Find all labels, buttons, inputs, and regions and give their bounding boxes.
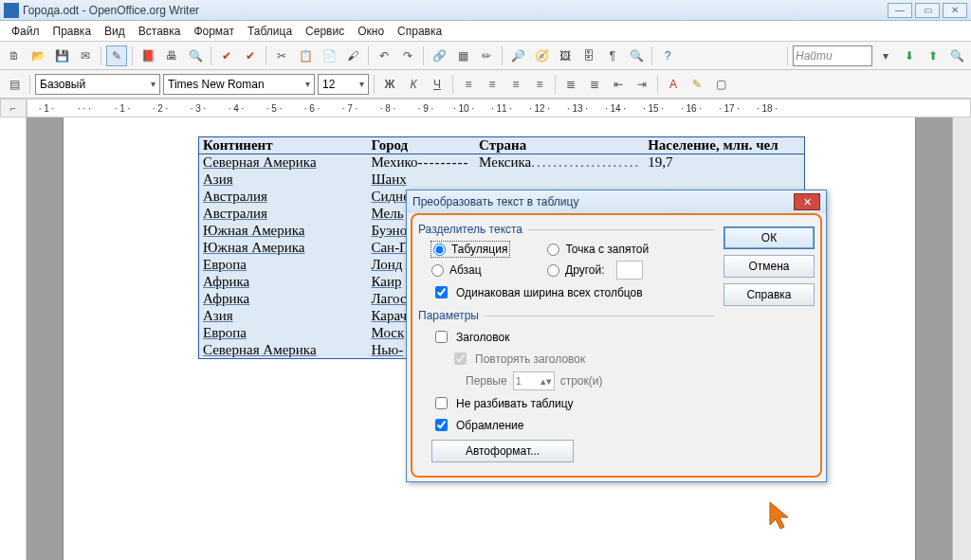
copy-icon[interactable]: 📋: [295, 45, 316, 66]
font-name-select[interactable]: Times New Roman: [163, 74, 315, 95]
radio-paragraph[interactable]: Абзац: [431, 263, 509, 277]
close-icon[interactable]: ✕: [794, 193, 820, 210]
navigator-icon[interactable]: 🧭: [531, 45, 552, 66]
open-icon[interactable]: 📂: [27, 45, 48, 66]
separator: [29, 75, 30, 94]
paste-icon[interactable]: 📄: [319, 45, 339, 66]
radio-paragraph-input[interactable]: [431, 264, 444, 277]
decrease-indent-icon[interactable]: ⇤: [608, 74, 629, 95]
help-button[interactable]: Справка: [724, 283, 815, 306]
email-icon[interactable]: ✉: [75, 45, 96, 66]
menu-edit[interactable]: Правка: [47, 23, 98, 40]
radio-semicolon[interactable]: Точка с запятой: [547, 243, 649, 256]
dialog-title: Преобразовать текст в таблицу: [412, 195, 578, 208]
checkbox-equal-width[interactable]: [435, 286, 448, 298]
align-right-icon[interactable]: ≡: [505, 74, 526, 95]
undo-icon[interactable]: ↶: [374, 45, 394, 66]
increase-indent-icon[interactable]: ⇥: [632, 74, 652, 95]
separator: [374, 75, 375, 94]
menu-insert[interactable]: Вставка: [133, 23, 187, 40]
checkbox-no-split[interactable]: [435, 397, 448, 409]
radio-other[interactable]: Другой:: [547, 261, 643, 280]
vertical-ruler[interactable]: [0, 117, 27, 560]
format-paint-icon[interactable]: 🖌: [342, 45, 363, 66]
cut-icon[interactable]: ✂: [271, 45, 292, 66]
table-icon[interactable]: ▦: [452, 45, 473, 66]
separator: [368, 46, 369, 65]
spellcheck-icon[interactable]: ✔: [216, 45, 237, 66]
find-dropdown-icon[interactable]: ▾: [875, 45, 896, 66]
minimize-button[interactable]: —: [888, 3, 912, 18]
menu-view[interactable]: Вид: [99, 23, 131, 40]
help-icon[interactable]: ?: [657, 45, 678, 66]
underline-icon[interactable]: Ч: [427, 74, 448, 95]
close-button[interactable]: ✕: [943, 3, 967, 18]
ok-button[interactable]: ОК: [724, 226, 815, 249]
hyperlink-icon[interactable]: 🔗: [429, 45, 449, 66]
export-pdf-icon[interactable]: 📕: [137, 45, 158, 66]
spinner-first-rows: 1▴▾: [513, 371, 555, 390]
font-size-select[interactable]: 12: [318, 74, 369, 95]
label-border: Обрамление: [456, 419, 523, 432]
gallery-icon[interactable]: 🖼: [555, 45, 576, 66]
separator: [423, 46, 424, 65]
font-color-icon[interactable]: A: [663, 74, 684, 95]
menu-help[interactable]: Справка: [392, 23, 448, 40]
find-next-icon[interactable]: ⬇: [899, 45, 920, 66]
numbered-list-icon[interactable]: ≣: [560, 74, 581, 95]
radio-tab[interactable]: Табуляция: [431, 242, 509, 257]
col-population: Население, млн. чел: [644, 137, 804, 154]
radio-semicolon-input[interactable]: [547, 244, 559, 256]
nonprinting-icon[interactable]: ¶: [602, 45, 623, 66]
table-cell: Европа: [199, 257, 368, 274]
new-icon[interactable]: 🗎: [4, 45, 25, 66]
styles-icon[interactable]: ▤: [4, 74, 25, 95]
edit-icon[interactable]: ✎: [106, 45, 127, 66]
vertical-scrollbar[interactable]: [952, 117, 971, 560]
align-justify-icon[interactable]: ≡: [529, 74, 550, 95]
preview-icon[interactable]: 🔍: [185, 45, 206, 66]
find-prev-icon[interactable]: ⬆: [923, 45, 944, 66]
save-icon[interactable]: 💾: [51, 45, 72, 66]
menu-tools[interactable]: Сервис: [300, 23, 350, 40]
menu-file[interactable]: Файл: [6, 23, 46, 40]
background-color-icon[interactable]: ▢: [710, 74, 731, 95]
cancel-button[interactable]: Отмена: [724, 255, 815, 278]
table-cell: Северная Америка: [199, 154, 368, 172]
dialog-titlebar[interactable]: Преобразовать текст в таблицу ✕: [407, 190, 826, 213]
redo-icon[interactable]: ↷: [397, 45, 418, 66]
checkbox-heading[interactable]: [435, 331, 448, 343]
table-cell: Австралия: [199, 206, 368, 223]
findreplace-icon[interactable]: 🔎: [507, 45, 528, 66]
print-icon[interactable]: 🖶: [161, 45, 182, 66]
bold-icon[interactable]: Ж: [379, 74, 400, 95]
checkbox-border[interactable]: [435, 419, 448, 431]
radio-tab-input[interactable]: [433, 244, 446, 256]
horizontal-ruler[interactable]: · 1 ·· · · · 1 ·· 2 · · 3 ·· 4 · · 5 ·· …: [27, 99, 971, 117]
align-left-icon[interactable]: ≡: [458, 74, 479, 95]
separator: [555, 75, 556, 94]
radio-other-input[interactable]: [547, 264, 559, 277]
table-row: Северная АмерикаМехико---------Мексика..…: [199, 154, 805, 172]
other-char-input[interactable]: [616, 261, 643, 280]
align-center-icon[interactable]: ≡: [482, 74, 503, 95]
bullet-list-icon[interactable]: ≣: [584, 74, 605, 95]
autospell-icon[interactable]: ✔: [240, 45, 261, 66]
datasources-icon[interactable]: 🗄: [578, 45, 599, 66]
table-cell: Австралия: [199, 189, 368, 206]
find-input[interactable]: Найти: [793, 45, 872, 66]
table-cell: [644, 172, 804, 189]
maximize-button[interactable]: ▭: [915, 3, 940, 18]
menu-table[interactable]: Таблица: [242, 23, 298, 40]
zoom-icon[interactable]: 🔍: [626, 45, 647, 66]
italic-icon[interactable]: К: [403, 74, 424, 95]
find-all-icon[interactable]: 🔍: [946, 45, 967, 66]
highlight-icon[interactable]: ✎: [687, 74, 707, 95]
menu-format[interactable]: Формат: [188, 23, 240, 40]
menu-window[interactable]: Окно: [352, 23, 390, 40]
separator: [266, 46, 266, 65]
autoformat-button[interactable]: Автоформат...: [431, 440, 574, 462]
drawing-icon[interactable]: ✏: [476, 45, 497, 66]
paragraph-style-select[interactable]: Базовый: [35, 74, 160, 95]
separator: [502, 46, 503, 65]
